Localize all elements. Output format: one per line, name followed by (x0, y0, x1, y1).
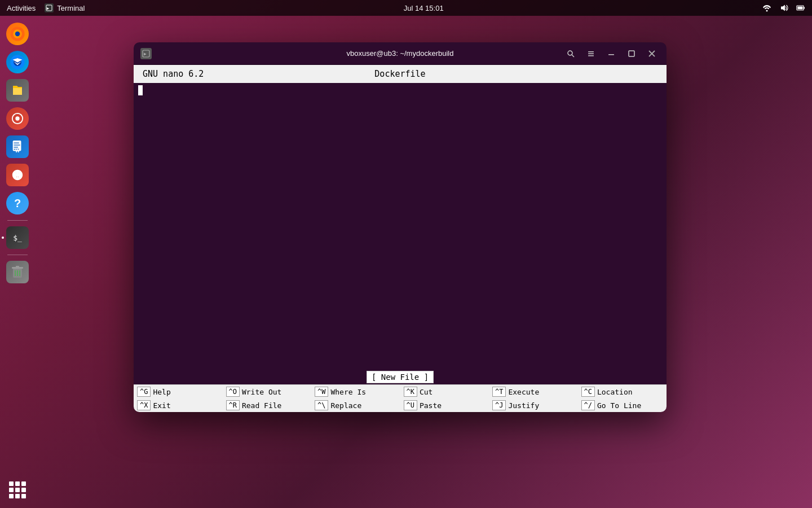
svg-rect-14 (14, 143, 19, 143)
titlebar-menu-button[interactable] (583, 46, 599, 62)
shortcut-key-execute: ^T (492, 387, 506, 397)
nano-shortcuts: ^G Help ^O Write Out ^W Where Is ^K Cut … (134, 384, 667, 412)
svg-point-8 (15, 32, 20, 36)
svg-point-24 (568, 51, 572, 55)
dock-item-rhythmbox[interactable] (5, 106, 30, 131)
shortcut-label-exit: Exit (153, 401, 170, 410)
shortcut-key-help: ^G (137, 387, 151, 397)
titlebar-minimize-button[interactable] (603, 46, 619, 62)
terminal-titlebar: ▶ vboxuser@ub3: ~/mydockerbuild (134, 42, 667, 65)
topbar: Activities ▶ Terminal Jul 14 15:01 (0, 0, 812, 16)
nano-newfile-badge: [ New File ] (367, 371, 434, 383)
dock-item-appgrid[interactable] (5, 478, 30, 502)
shortcut-label-readfile: Read File (242, 401, 281, 410)
thunderbird-icon (6, 51, 29, 73)
terminal-app-icon: ▶ (45, 3, 54, 12)
dock-item-thunderbird[interactable] (5, 50, 30, 75)
topbar-app-label: Terminal (57, 4, 85, 12)
dock-item-files[interactable] (5, 78, 30, 103)
topbar-datetime: Jul 14 15:01 (404, 4, 444, 12)
titlebar-search-button[interactable] (563, 46, 579, 62)
dock-item-writer[interactable]: W (5, 134, 30, 159)
shortcut-key-paste: ^U (404, 400, 417, 410)
battery-icon[interactable] (796, 3, 805, 12)
nano-header: GNU nano 6.2 Dockerfile (134, 65, 667, 83)
shortcut-label-help: Help (153, 388, 170, 396)
dock-separator-2 (7, 255, 28, 255)
shortcut-help[interactable]: ^G Help (134, 385, 223, 398)
nano-editor: GNU nano 6.2 Dockerfile [ New File ] ^G … (134, 65, 667, 412)
shortcut-key-writeout: ^O (226, 387, 240, 397)
shortcut-label-whereis: Where Is (330, 388, 366, 396)
shortcut-label-justify: Justify (508, 401, 539, 410)
svg-text:▶: ▶ (47, 6, 50, 11)
shortcut-gotoline[interactable]: ^/ Go To Line (578, 398, 667, 412)
dock-separator (7, 220, 28, 221)
shortcut-label-replace: Replace (330, 401, 361, 410)
svg-rect-26 (588, 51, 594, 52)
shortcut-key-replace: ^\ (315, 400, 328, 410)
terminal-icon: $_ (6, 226, 29, 249)
shortcut-replace[interactable]: ^\ Replace (311, 398, 400, 412)
firefox-icon (6, 23, 29, 45)
shortcut-execute[interactable]: ^T Execute (489, 385, 578, 398)
terminal-title: vboxuser@ub3: ~/mydockerbuild (347, 49, 454, 58)
appgrid-icon (6, 479, 29, 501)
svg-rect-28 (588, 55, 594, 56)
shortcut-key-location: ^C (581, 387, 595, 397)
svg-rect-15 (14, 144, 20, 145)
shortcut-label-writeout: Write Out (242, 388, 281, 396)
dock-item-trash[interactable] (5, 260, 30, 284)
appcenter-icon (6, 164, 29, 186)
topbar-right (762, 3, 805, 12)
shortcut-readfile[interactable]: ^R Read File (223, 398, 312, 412)
writer-icon: W (6, 135, 29, 158)
shortcut-key-exit: ^X (137, 400, 151, 410)
shortcut-exit[interactable]: ^X Exit (134, 398, 223, 412)
svg-rect-30 (629, 51, 634, 56)
svg-line-25 (572, 55, 574, 57)
titlebar-maximize-button[interactable] (624, 46, 639, 62)
files-icon (6, 79, 29, 102)
help-icon: ? (6, 192, 29, 214)
shortcut-paste[interactable]: ^U Paste (400, 398, 489, 412)
nano-content-area[interactable] (134, 83, 667, 370)
shortcut-justify[interactable]: ^J Justify (489, 398, 578, 412)
svg-point-12 (15, 116, 19, 120)
svg-rect-27 (588, 53, 594, 54)
shortcut-label-location: Location (597, 388, 633, 396)
svg-point-2 (766, 10, 767, 12)
topbar-app: ▶ Terminal (45, 3, 85, 12)
dock-item-firefox[interactable] (5, 21, 30, 46)
volume-icon[interactable] (779, 3, 788, 12)
shortcut-key-cut: ^K (404, 387, 417, 397)
titlebar-close-button[interactable] (644, 46, 660, 62)
shortcut-location[interactable]: ^C Location (578, 385, 667, 398)
dock-item-help[interactable]: ? (5, 191, 30, 216)
terminal-titlebar-icon: ▶ (140, 48, 152, 59)
shortcut-whereis[interactable]: ^W Where Is (311, 385, 400, 398)
svg-text:▶: ▶ (144, 51, 147, 56)
network-icon[interactable] (762, 3, 771, 12)
dock: W ? $_ (0, 16, 35, 508)
titlebar-controls (563, 46, 660, 62)
activities-button[interactable]: Activities (7, 4, 36, 12)
shortcut-label-cut: Cut (420, 388, 433, 396)
shortcut-writeout[interactable]: ^O Write Out (223, 385, 312, 398)
nano-header-filename: Dockerfile (314, 69, 486, 79)
trash-icon (6, 261, 29, 283)
dock-item-appcenter[interactable] (5, 163, 30, 187)
titlebar-left: ▶ (140, 48, 152, 59)
shortcut-label-gotoline: Go To Line (597, 401, 641, 410)
svg-rect-5 (797, 7, 802, 10)
terminal-window: ▶ vboxuser@ub3: ~/mydockerbuild (134, 42, 667, 412)
svg-rect-4 (804, 7, 805, 9)
shortcut-label-paste: Paste (420, 401, 442, 410)
shortcut-key-gotoline: ^/ (581, 400, 595, 410)
svg-text:W: W (15, 148, 20, 154)
dock-item-terminal[interactable]: $_ (5, 225, 30, 250)
shortcut-cut[interactable]: ^K Cut (400, 385, 489, 398)
shortcut-label-execute: Execute (508, 388, 539, 396)
shortcut-key-readfile: ^R (226, 400, 240, 410)
topbar-left: Activities ▶ Terminal (7, 3, 85, 12)
